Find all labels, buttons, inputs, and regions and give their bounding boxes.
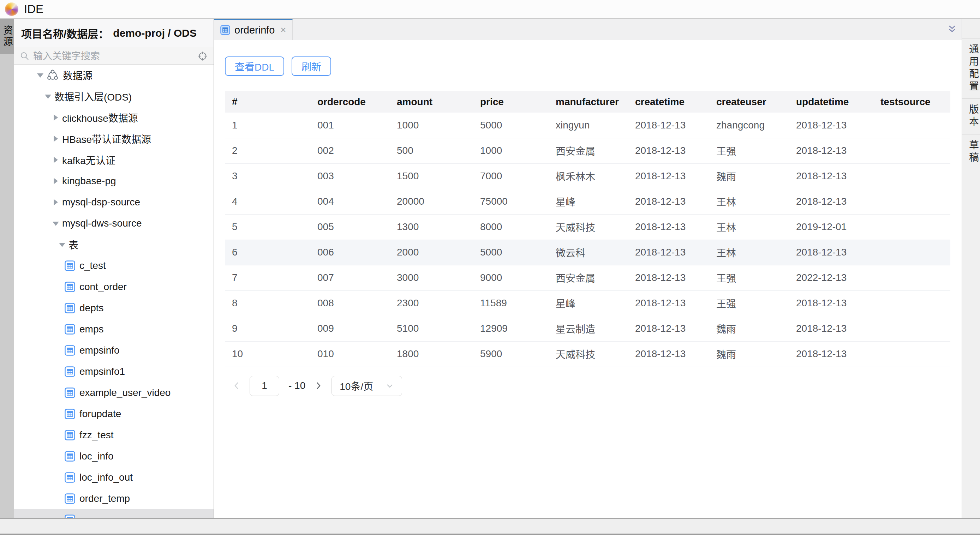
table-cell: 2018-12-13 — [628, 214, 709, 240]
tree-item-empsinfo1[interactable]: empsinfo1 — [14, 361, 213, 382]
caret-down-icon[interactable] — [52, 220, 59, 227]
caret-down-icon[interactable] — [59, 241, 65, 248]
tree-item-kafka无认证[interactable]: kafka无认证 — [14, 149, 213, 170]
tree-item-HBase带认证数据源[interactable]: HBase带认证数据源 — [14, 128, 213, 149]
tree-item-mysql-dsp-source[interactable]: mysql-dsp-source — [14, 192, 213, 213]
tree-item-mysql-dws-source[interactable]: mysql-dws-source — [14, 213, 213, 234]
tree-item-label: loc_info_out — [80, 472, 133, 483]
tree-item-c_test[interactable]: c_test — [14, 255, 213, 276]
table-cell — [873, 113, 950, 138]
tree-item-depts[interactable]: depts — [14, 297, 213, 319]
table-row-10: 1001018005900天威科技2018-12-13魏雨2018-12-13 — [225, 341, 950, 367]
tree-item-partial[interactable] — [14, 509, 213, 518]
table-row-8: 8008230011589星峰2018-12-13王强2018-12-13 — [225, 291, 950, 316]
tree-item-kingbase-pg[interactable]: kingbase-pg — [14, 170, 213, 192]
table-cell: 1800 — [390, 341, 473, 367]
table-cell: 005 — [310, 214, 390, 240]
tree-item-fzz_test[interactable]: fzz_test — [14, 425, 213, 446]
view-ddl-button[interactable]: 查看DDL — [225, 56, 284, 76]
page-size-value: 10条/页 — [340, 379, 373, 393]
aim-locate-icon[interactable] — [197, 51, 208, 61]
close-icon[interactable]: × — [280, 25, 286, 35]
table-cell: 1000 — [390, 113, 473, 138]
page-size-select[interactable]: 10条/页 — [331, 376, 402, 396]
search-input[interactable] — [33, 51, 194, 62]
collapse-double-chevron-icon[interactable] — [947, 24, 958, 35]
tree-item-order_temp[interactable]: order_temp — [14, 488, 213, 509]
table-cell: 2 — [225, 138, 310, 164]
column-header-testsource: testsource — [873, 91, 950, 113]
caret-right-icon[interactable] — [52, 157, 59, 163]
table-cell: 9 — [225, 316, 310, 341]
right-rail-spacer — [962, 19, 980, 38]
caret-right-icon[interactable] — [52, 178, 59, 184]
table-cell: 微云科 — [549, 240, 628, 265]
table-cell — [873, 291, 950, 316]
page-input[interactable]: 1 — [250, 376, 279, 396]
datasource-cluster-icon — [46, 69, 59, 81]
rail-tab-general-config[interactable]: 通用配置 — [962, 38, 980, 99]
tree-item-label: order_temp — [80, 493, 130, 504]
app-logo-icon — [5, 2, 18, 16]
tree-item-label: depts — [80, 302, 104, 314]
tree-item-empsinfo[interactable]: empsinfo — [14, 340, 213, 361]
caret-down-icon[interactable] — [37, 72, 43, 78]
caret-right-icon[interactable] — [52, 199, 59, 205]
tree-item-loc_info_out[interactable]: loc_info_out — [14, 467, 213, 488]
status-bar — [0, 518, 980, 535]
tree-item-label: kafka无认证 — [62, 153, 115, 167]
table-cell: 2000 — [390, 240, 473, 265]
table-cell: 2018-12-13 — [628, 316, 709, 341]
table-icon — [65, 387, 75, 398]
page-range: - 10 — [288, 380, 305, 391]
table-cell: 12909 — [473, 316, 549, 341]
table-cell: 2018-12-13 — [789, 138, 873, 164]
table-row-5: 500513008000天威科技2018-12-13王林2019-12-01 — [225, 214, 950, 240]
table-cell — [873, 265, 950, 291]
table-icon — [220, 25, 230, 35]
tab-orderinfo[interactable]: orderinfo × — [214, 19, 293, 40]
table-cell: 2018-12-13 — [628, 189, 709, 214]
caret-right-icon[interactable] — [52, 114, 59, 121]
main-panel: orderinfo × 查看DDL 刷新 #ordercodeamountpri… — [214, 19, 962, 518]
table-cell: 6 — [225, 240, 310, 265]
table-cell: 5 — [225, 214, 310, 240]
tree-item-forupdate[interactable]: forupdate — [14, 403, 213, 425]
table-header-row: #ordercodeamountpricemanufacturercreatet… — [225, 91, 950, 113]
rail-tab-version[interactable]: 版本 — [962, 99, 980, 135]
table-icon — [65, 493, 75, 504]
table-cell — [873, 189, 950, 214]
prev-page-chevron-icon[interactable] — [233, 381, 240, 390]
refresh-button[interactable]: 刷新 — [291, 56, 331, 76]
rail-tab-resources[interactable]: 资源 — [0, 19, 14, 54]
tree-item-数据源[interactable]: 数据源 — [14, 65, 213, 86]
tree-item-cont_order[interactable]: cont_order — [14, 276, 213, 297]
top-bar: IDE — [0, 0, 980, 19]
column-header-manufacturer: manufacturer — [549, 91, 628, 113]
next-page-chevron-icon[interactable] — [315, 381, 322, 390]
table-icon — [65, 260, 75, 271]
table-cell: 11589 — [473, 291, 549, 316]
table-cell: 008 — [310, 291, 390, 316]
tree-item-数据引入层(ODS)[interactable]: 数据引入层(ODS) — [14, 86, 213, 107]
table-cell: 3000 — [390, 265, 473, 291]
tree-item-loc_info[interactable]: loc_info — [14, 446, 213, 467]
rail-tab-draft[interactable]: 草稿 — [962, 135, 980, 170]
table-cell: 魏雨 — [709, 316, 789, 341]
caret-down-icon[interactable] — [45, 93, 51, 100]
table-row-4: 40042000075000星峰2018-12-13王林2018-12-13 — [225, 189, 950, 214]
column-header-updatetime: updatetime — [789, 91, 873, 113]
tree-item-emps[interactable]: emps — [14, 319, 213, 340]
tree-item-表[interactable]: 表 — [14, 234, 213, 255]
table-cell: 8000 — [473, 214, 549, 240]
tree-item-clickhouse数据源[interactable]: clickhouse数据源 — [14, 107, 213, 128]
table-cell: 2018-12-13 — [628, 240, 709, 265]
table-cell: 7000 — [473, 164, 549, 189]
left-rail: 资源 — [0, 19, 14, 518]
tree-item-label: example_user_video — [80, 387, 170, 398]
tree-item-example_user_video[interactable]: example_user_video — [14, 382, 213, 403]
caret-right-icon[interactable] — [52, 135, 59, 142]
table-cell: 2018-12-13 — [789, 291, 873, 316]
table-cell: zhangcong — [709, 113, 789, 138]
table-icon — [65, 366, 75, 377]
